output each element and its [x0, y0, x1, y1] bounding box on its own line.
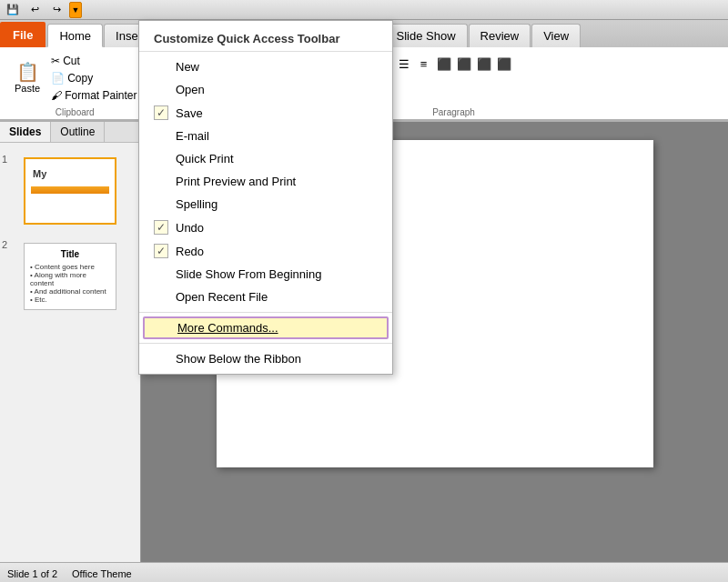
email-label: E-mail — [176, 129, 209, 143]
tab-view[interactable]: View — [531, 24, 581, 47]
undo-label: Undo — [176, 221, 204, 235]
clipboard-group: 📋 Paste ✂ Cut 📄 Copy 🖌 Format Painter — [4, 51, 147, 117]
align-left-btn[interactable]: ⬛ — [435, 55, 453, 73]
paste-icon: 📋 — [16, 63, 39, 81]
paragraph-label: Paragraph — [432, 105, 475, 117]
menu-item-undo[interactable]: ✓ Undo — [139, 216, 392, 239]
menu-item-save[interactable]: ✓ Save — [139, 101, 392, 125]
cut-button[interactable]: ✂ Cut — [47, 53, 140, 69]
align-justify-btn[interactable]: ⬛ — [495, 55, 513, 73]
paragraph-group: ☰ ≡ ⬛ ⬛ ⬛ ⬛ Paragraph — [389, 51, 519, 117]
undo-quick-btn[interactable]: ↩ — [25, 2, 44, 18]
slide-info: Slide 1 of 2 — [7, 568, 57, 579]
slide-2-title: Title — [30, 249, 110, 259]
print-preview-label: Print Preview and Print — [176, 175, 296, 188]
open-recent-label: Open Recent File — [176, 290, 268, 304]
menu-separator-2 — [139, 343, 392, 344]
slide-1-orange-bar — [31, 186, 109, 194]
format-painter-button[interactable]: 🖌 Format Painter — [47, 87, 140, 104]
copy-icon: 📄 — [51, 72, 65, 85]
menu-item-open[interactable]: Open — [139, 78, 392, 101]
save-label: Save — [176, 106, 203, 120]
slide-2-line-2: • Along with more content — [30, 271, 110, 287]
menu-item-print-preview[interactable]: Print Preview and Print — [139, 170, 392, 193]
paragraph-buttons: ☰ ≡ ⬛ ⬛ ⬛ ⬛ — [395, 51, 513, 105]
cut-icon: ✂ — [51, 55, 60, 67]
align-center-btn[interactable]: ⬛ — [455, 55, 473, 73]
align-right-btn[interactable]: ⬛ — [475, 55, 493, 73]
tab-review[interactable]: Review — [469, 24, 531, 47]
check-undo: ✓ — [154, 220, 168, 235]
clipboard-small-group: ✂ Cut 📄 Copy 🖌 Format Painter — [47, 53, 140, 104]
undo-checkmark: ✓ — [154, 220, 168, 235]
slide-2-num: 2 — [2, 239, 7, 250]
menu-item-quick-print[interactable]: Quick Print — [139, 147, 392, 170]
slides-tab[interactable]: Slides — [0, 122, 51, 142]
new-label: New — [176, 60, 199, 74]
format-painter-label: Format Painter — [65, 89, 136, 102]
open-label: Open — [176, 83, 205, 96]
menu-separator — [139, 312, 392, 313]
copy-button[interactable]: 📄 Copy — [47, 70, 140, 86]
outline-tab[interactable]: Outline — [51, 122, 105, 142]
menu-item-redo[interactable]: ✓ Redo — [139, 239, 392, 263]
status-bar: Slide 1 of 2 Office Theme — [0, 562, 728, 582]
slide-2-line-3: • And additional content — [30, 287, 110, 296]
slide-2-container: 2 Title • Content goes here • Along with… — [18, 237, 122, 316]
slides-panel: Slides Outline 1 My 2 Title • Content go… — [0, 122, 141, 562]
show-below-label: Show Below the Ribbon — [176, 352, 301, 366]
slide-1-num: 1 — [2, 154, 7, 165]
slideshow-begin-label: Slide Show From Beginning — [176, 267, 321, 281]
slide-1-content: My — [25, 159, 115, 223]
menu-item-open-recent[interactable]: Open Recent File — [139, 286, 392, 308]
bullets-btn[interactable]: ☰ — [395, 55, 413, 73]
save-checkmark: ✓ — [154, 105, 168, 120]
more-commands-label: More Commands... — [177, 321, 278, 335]
menu-item-show-below[interactable]: Show Below the Ribbon — [139, 347, 392, 370]
dropdown-overlay: Customize Quick Access Toolbar New Open … — [138, 20, 393, 375]
tab-file[interactable]: File — [0, 22, 46, 47]
check-save: ✓ — [154, 105, 168, 120]
slide-1-thumb[interactable]: My — [24, 157, 116, 225]
panel-tabs: Slides Outline — [0, 122, 140, 143]
redo-label: Redo — [176, 245, 204, 258]
slide-2-line-1: • Content goes here — [30, 263, 110, 271]
menu-item-spelling[interactable]: Spelling — [139, 193, 392, 216]
slide-2-line-4: • Etc. — [30, 296, 110, 304]
menu-item-slideshow-begin[interactable]: Slide Show From Beginning — [139, 263, 392, 286]
customize-toolbar-menu: Customize Quick Access Toolbar New Open … — [138, 20, 393, 375]
spelling-label: Spelling — [176, 197, 217, 211]
check-redo: ✓ — [154, 244, 168, 258]
clipboard-buttons: 📋 Paste ✂ Cut 📄 Copy 🖌 Format Painter — [9, 51, 141, 105]
paste-label: Paste — [15, 83, 40, 94]
slide-2-thumb[interactable]: Title • Content goes here • Along with m… — [24, 243, 116, 310]
redo-checkmark: ✓ — [154, 244, 168, 258]
cut-label: Cut — [63, 55, 80, 67]
theme-info: Office Theme — [72, 568, 132, 579]
menu-item-more-commands[interactable]: More Commands... — [143, 316, 389, 339]
title-bar: 💾 ↩ ↪ ▼ — [0, 0, 728, 20]
window-controls: 💾 ↩ ↪ ▼ — [4, 2, 82, 18]
quick-print-label: Quick Print — [176, 152, 234, 166]
slide-1-title: My — [31, 165, 109, 183]
clipboard-label: Clipboard — [56, 105, 95, 117]
dropdown-title: Customize Quick Access Toolbar — [139, 25, 392, 52]
slide-2-content: Title • Content goes here • Along with m… — [25, 244, 116, 309]
menu-item-new[interactable]: New — [139, 55, 392, 78]
format-painter-icon: 🖌 — [51, 89, 62, 102]
numbering-btn[interactable]: ≡ — [415, 55, 433, 73]
copy-label: Copy — [67, 72, 93, 85]
tab-home[interactable]: Home — [47, 24, 103, 47]
save-quick-btn[interactable]: 💾 — [4, 2, 22, 18]
slide-1-container: 1 My — [18, 152, 122, 230]
paste-button[interactable]: 📋 Paste — [9, 59, 46, 97]
tab-slideshow[interactable]: Slide Show — [385, 24, 468, 47]
redo-quick-btn[interactable]: ↪ — [47, 2, 66, 18]
menu-item-email[interactable]: E-mail — [139, 125, 392, 147]
quick-access-dropdown[interactable]: ▼ — [69, 2, 82, 18]
